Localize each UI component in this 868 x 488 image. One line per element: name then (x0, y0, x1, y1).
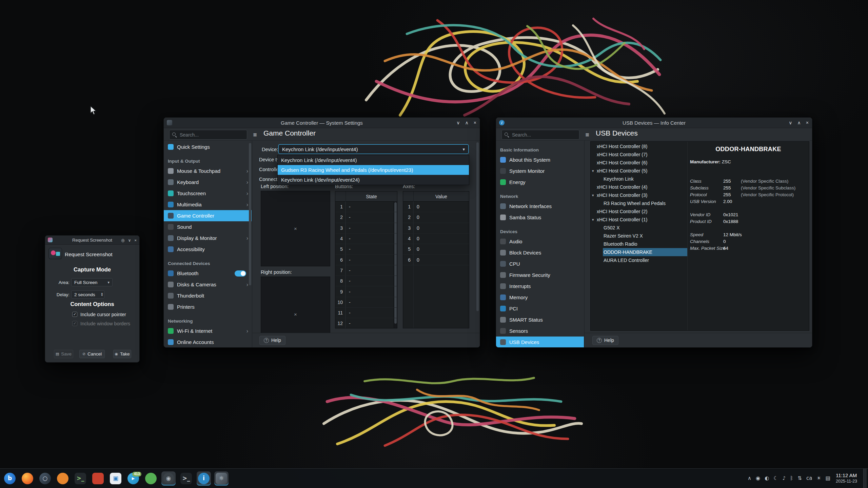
usb-tree-item[interactable]: ▾ xHCI Host Controller (5) (591, 167, 687, 175)
red-app-icon[interactable] (91, 471, 105, 486)
help-button[interactable]: ? Help (259, 336, 285, 345)
search-field[interactable] (501, 130, 579, 140)
checkbox-option[interactable]: ✓ Include window borders (72, 319, 130, 328)
sidebar-item[interactable]: Interrupts (496, 281, 584, 292)
usb-tree-item[interactable]: ▾ xHCI Host Controller (3) (591, 191, 687, 199)
launcher-bazzite-icon[interactable]: b (3, 471, 17, 486)
tray-volume-icon[interactable]: ♪ (783, 476, 786, 481)
sidebar-item[interactable]: Firmware Security (496, 269, 584, 281)
sidebar-item[interactable]: Memory (496, 292, 584, 303)
usb-tree-item[interactable]: xHCI Host Controller (4) (591, 183, 687, 191)
pin-icon[interactable]: ◎ (121, 239, 125, 243)
sidebar-item[interactable]: Samba Status (496, 212, 584, 223)
close-icon[interactable]: × (134, 239, 137, 243)
usb-tree-item[interactable]: ODDOR-HANDBRAKE (591, 248, 687, 256)
sidebar-item[interactable]: Wi-Fi & Internet › (164, 325, 252, 337)
usb-tree-item[interactable]: xHCI Host Controller (6) (591, 159, 687, 167)
sidebar-item[interactable]: Bluetooth (164, 268, 252, 279)
menu-button[interactable]: ≡ (582, 130, 592, 140)
minimize-icon[interactable]: ∨ (789, 120, 792, 125)
delay-spinbox[interactable]: 2 seconds ▴▾ (71, 290, 104, 299)
sidebar-item[interactable]: Display & Monitor › (164, 232, 252, 244)
bluetooth-toggle[interactable] (235, 270, 246, 277)
tray-keyboard-layout[interactable]: ca (806, 476, 812, 481)
sidebar-item[interactable]: About this System (496, 154, 584, 165)
sidebar-item[interactable]: Thunderbolt (164, 290, 252, 301)
checkbox[interactable]: ✓ (72, 312, 77, 317)
green-app-icon[interactable] (144, 471, 158, 486)
sidebar-item[interactable]: Quick Settings (164, 141, 252, 152)
sidebar-item[interactable]: Network (496, 188, 584, 201)
konsole-icon[interactable]: >_ (179, 471, 193, 486)
chevron-down-icon[interactable]: ▾ (592, 167, 594, 175)
info-center-taskbar-icon[interactable]: i (197, 471, 211, 486)
dolphin-icon[interactable]: ▣ (108, 471, 123, 486)
sidebar-item[interactable]: Devices (496, 223, 584, 236)
area-select[interactable]: Full Screen ▾ (71, 278, 113, 286)
steam-icon[interactable]: ○ (38, 471, 52, 486)
sidebar-item[interactable]: Multimedia › (164, 199, 252, 210)
sidebar-item[interactable]: USB Devices (496, 337, 584, 348)
orange-app-icon[interactable] (56, 471, 70, 486)
terminal-icon[interactable]: >_ (73, 471, 87, 486)
tray-media-icon[interactable]: ◉ (756, 476, 760, 481)
sidebar-item[interactable]: Input & Output (164, 152, 252, 165)
maximize-icon[interactable]: ∧ (465, 120, 469, 125)
sidebar-item[interactable]: Mouse & Touchpad › (164, 165, 252, 177)
info-center-titlebar[interactable]: i USB Devices — Info Center ∨ ∧ × (496, 118, 812, 128)
spinner-arrows[interactable]: ▴▾ (101, 292, 103, 296)
chevron-down-icon[interactable]: ▾ (592, 191, 594, 199)
search-input[interactable] (511, 132, 576, 138)
tray-brightness-icon[interactable]: ☀ (816, 476, 821, 481)
chevron-down-icon[interactable]: ▾ (592, 216, 594, 224)
sidebar-item[interactable]: CPU (496, 258, 584, 269)
sidebar-item[interactable]: Block Devices (496, 247, 584, 258)
sidebar-item[interactable]: Keyboard › (164, 177, 252, 188)
sidebar-item[interactable]: Network Interfaces (496, 201, 584, 212)
sidebar-item[interactable]: Energy (496, 177, 584, 188)
sidebar-item[interactable]: Printers (164, 301, 252, 312)
firefox-icon[interactable] (20, 471, 35, 486)
spectacle-camera-icon[interactable]: ◉ (161, 471, 176, 486)
usb-tree-item[interactable]: AURA LED Controller (591, 256, 687, 264)
sidebar-item[interactable]: Online Accounts (164, 337, 252, 348)
sidebar-item[interactable]: Touchscreen › (164, 188, 252, 199)
content-scrollbar[interactable] (476, 142, 479, 330)
maximize-icon[interactable]: ∧ (797, 120, 801, 125)
usb-tree-item[interactable]: xHCI Host Controller (2) (591, 207, 687, 216)
sidebar-item[interactable]: Connected Devices (164, 255, 252, 268)
sidebar-item[interactable]: Disks & Cameras › (164, 279, 252, 290)
dropdown-option[interactable]: Gudsen R3 Racing Wheel and Pedals (/dev/… (278, 165, 469, 175)
peek-desktop-button[interactable] (863, 469, 867, 488)
save-button[interactable]: ▤Save (54, 350, 73, 358)
tray-vault-icon[interactable]: ◐ (765, 476, 769, 481)
checkbox-option[interactable]: ✓ Include cursor pointer (72, 310, 130, 319)
sidebar-scrollbar[interactable] (249, 143, 251, 285)
minimize-icon[interactable]: ∨ (456, 120, 460, 125)
sidebar-item[interactable]: SMART Status (496, 314, 584, 325)
sidebar-item[interactable]: Sound (164, 221, 252, 232)
sidebar-item[interactable]: Audio (496, 236, 584, 247)
tray-network-icon[interactable]: ⇅ (797, 476, 802, 481)
telegram-icon[interactable]: ▸ 413 (126, 471, 140, 486)
sidebar-item[interactable]: Sensors (496, 325, 584, 337)
search-input[interactable] (179, 132, 244, 138)
usb-tree-item[interactable]: Keychron Link (591, 175, 687, 183)
cancel-button[interactable]: ⊘Cancel (79, 350, 105, 358)
sidebar-item[interactable]: Networking (164, 312, 252, 325)
menu-button[interactable]: ≡ (250, 130, 260, 140)
device-select[interactable]: Keychron Link (/dev/input/event4) ▾ (278, 144, 469, 154)
usb-tree-item[interactable]: xHCI Host Controller (7) (591, 150, 687, 159)
tray-bluetooth-icon[interactable]: ᛒ (790, 476, 793, 481)
tray-nightlight-icon[interactable]: ☾ (773, 476, 778, 481)
system-settings-taskbar-icon[interactable]: ☼ (214, 471, 229, 486)
digital-clock[interactable]: 11:12 AM 2025-11-23 (836, 472, 861, 484)
sidebar-item[interactable]: Basic Information (496, 141, 584, 154)
tray-clipboard-icon[interactable]: ▤ (826, 476, 830, 481)
close-icon[interactable]: × (806, 120, 809, 125)
usb-tree-item[interactable]: Bluetooth Radio (591, 240, 687, 248)
sidebar-item[interactable]: Game Controller (164, 210, 252, 221)
system-settings-titlebar[interactable]: Game Controller — System Settings ∨ ∧ × (164, 118, 480, 128)
spectacle-titlebar[interactable]: Request Screenshot ◎ ∨ × (45, 236, 139, 245)
dropdown-option[interactable]: Keychron Link (/dev/input/event4) (278, 155, 469, 165)
